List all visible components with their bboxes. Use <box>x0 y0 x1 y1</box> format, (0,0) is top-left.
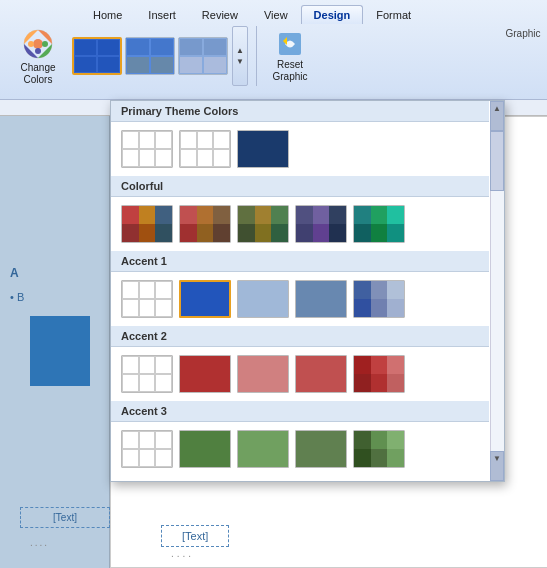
text-placeholder-main[interactable]: [Text] <box>161 525 229 547</box>
color-dropdown-panel: Primary Theme Colors <box>110 100 505 482</box>
section-content-accent2 <box>111 347 489 401</box>
accent2-thumb-5[interactable] <box>353 355 405 393</box>
accent3-thumb-1[interactable] <box>121 430 173 468</box>
primary-thumb-2[interactable] <box>179 130 231 168</box>
graphic-label: Graphic <box>503 28 543 39</box>
tab-home[interactable]: Home <box>80 5 135 24</box>
svg-point-3 <box>35 48 41 54</box>
scrollbar-thumb[interactable] <box>490 131 504 191</box>
tab-design[interactable]: Design <box>301 5 364 24</box>
accent3-thumb-2[interactable] <box>179 430 231 468</box>
accent2-thumb-4[interactable] <box>295 355 347 393</box>
svg-point-2 <box>42 41 48 47</box>
colorful-thumb-4[interactable] <box>295 205 347 243</box>
colorful-thumb-5[interactable] <box>353 205 405 243</box>
tab-view[interactable]: View <box>251 5 301 24</box>
section-header-primary: Primary Theme Colors <box>111 101 489 122</box>
tab-format[interactable]: Format <box>363 5 424 24</box>
accent3-thumb-3[interactable] <box>237 430 289 468</box>
ribbon-more-button[interactable]: ▲ ▼ <box>232 26 248 86</box>
section-header-colorful: Colorful <box>111 176 489 197</box>
svg-point-1 <box>33 39 43 49</box>
ribbon-thumb-1[interactable] <box>72 37 122 75</box>
colorful-thumb-3[interactable] <box>237 205 289 243</box>
reset-graphic-label: Reset Graphic <box>272 59 307 83</box>
color-wheel-icon <box>20 26 56 62</box>
accent2-thumb-2[interactable] <box>179 355 231 393</box>
ribbon: Home Insert Review View Design Format Ch… <box>0 0 547 100</box>
dropdown-dots: . . . . <box>111 476 489 481</box>
accent3-thumb-4[interactable] <box>295 430 347 468</box>
bullet-a: A <box>10 266 19 280</box>
section-content-accent3 <box>111 422 489 476</box>
accent1-thumb-4[interactable] <box>295 280 347 318</box>
accent1-thumb-5[interactable] <box>353 280 405 318</box>
tab-insert[interactable]: Insert <box>135 5 189 24</box>
dot-line-main: .... <box>171 548 194 559</box>
accent1-thumb-2[interactable] <box>179 280 231 318</box>
ribbon-table-thumbs <box>72 37 228 75</box>
ribbon-thumb-3[interactable] <box>178 37 228 75</box>
change-colors-button[interactable]: Change Colors <box>8 21 68 91</box>
section-header-accent2: Accent 2 <box>111 326 489 347</box>
blue-shape <box>30 316 90 386</box>
ribbon-thumb-2[interactable] <box>125 37 175 75</box>
accent1-thumb-3[interactable] <box>237 280 289 318</box>
ribbon-content: Change Colors <box>0 17 323 95</box>
accent3-thumb-5[interactable] <box>353 430 405 468</box>
colorful-thumb-2[interactable] <box>179 205 231 243</box>
accent2-thumb-1[interactable] <box>121 355 173 393</box>
svg-point-4 <box>28 41 34 47</box>
text-placeholder-left[interactable]: [Text] <box>20 507 110 528</box>
accent2-thumb-3[interactable] <box>237 355 289 393</box>
primary-thumb-1[interactable] <box>121 130 173 168</box>
accent1-thumb-1[interactable] <box>121 280 173 318</box>
ribbon-tabs: Home Insert Review View Design Format <box>0 0 547 24</box>
reset-icon <box>275 29 305 59</box>
dropdown-inner[interactable]: Primary Theme Colors <box>111 101 489 481</box>
change-colors-label: Change Colors <box>20 62 55 86</box>
section-content-primary <box>111 122 489 176</box>
section-header-accent3: Accent 3 <box>111 401 489 422</box>
tab-review[interactable]: Review <box>189 5 251 24</box>
scrollbar-track[interactable]: ▲ ▼ <box>490 101 504 481</box>
bullet-b: • B <box>10 291 24 303</box>
section-header-accent1: Accent 1 <box>111 251 489 272</box>
section-content-accent1 <box>111 272 489 326</box>
colorful-thumb-1[interactable] <box>121 205 173 243</box>
section-content-colorful <box>111 197 489 251</box>
reset-graphic-button[interactable]: Reset Graphic <box>265 24 315 88</box>
dot-line-left: .... <box>30 537 49 548</box>
primary-thumb-3[interactable] <box>237 130 289 168</box>
scrollbar-down[interactable]: ▼ <box>490 451 504 481</box>
ribbon-divider <box>256 26 257 86</box>
left-panel: A • B [Text] .... <box>0 116 110 568</box>
scrollbar-up[interactable]: ▲ <box>490 101 504 131</box>
